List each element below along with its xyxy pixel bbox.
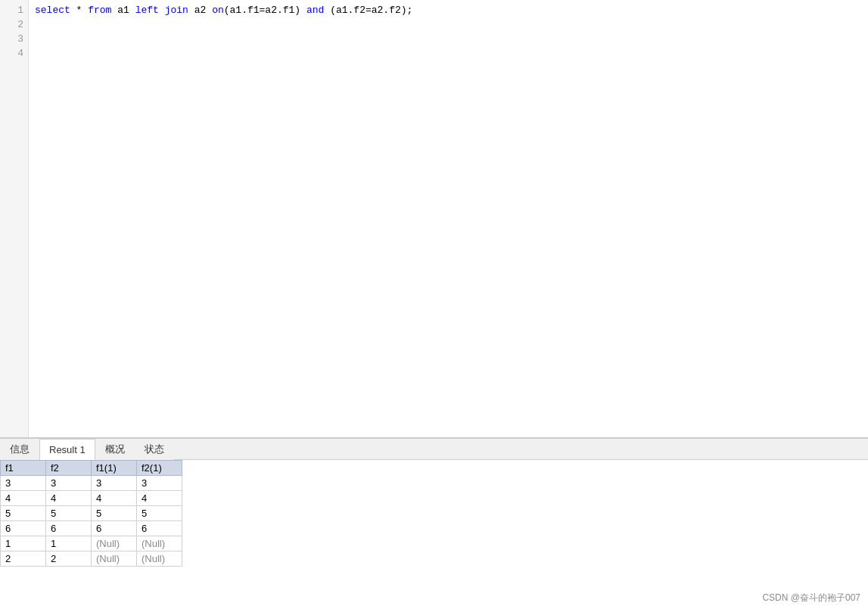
code-token: (a1.f2=a2.f2); [324, 3, 412, 17]
table-row: 4444 [1, 491, 182, 506]
code-token: * [70, 3, 88, 17]
table-header: f1(1) [92, 461, 137, 476]
tab-状态[interactable]: 状态 [135, 439, 174, 460]
table-cell: 2 [1, 551, 46, 567]
table-cell: 5 [92, 506, 137, 521]
watermark: CSDN @奋斗的袍子007 [762, 592, 860, 604]
table-cell: (Null) [137, 536, 182, 551]
table-cell: 6 [137, 521, 182, 536]
table-cell: 4 [46, 491, 92, 506]
table-cell: 3 [92, 476, 137, 491]
code-token: a1 [111, 3, 135, 17]
table-row: 5555 [1, 506, 182, 521]
code-token: (a1.f1=a2.f1) [224, 3, 306, 17]
code-token: a2 [188, 3, 212, 17]
table-cell: 4 [1, 491, 46, 506]
table-cell: 3 [1, 476, 46, 491]
table-cell: (Null) [92, 551, 137, 567]
table-cell: 4 [92, 491, 137, 506]
tabs-bar: 信息Result 1概况状态 [0, 439, 868, 460]
tab-信息[interactable]: 信息 [0, 439, 39, 460]
table-header: f2 [46, 461, 92, 476]
tab-result-1[interactable]: Result 1 [39, 439, 95, 460]
code-area[interactable]: select * from a1 left join a2 on(a1.f1=a… [29, 0, 868, 437]
table-cell: (Null) [137, 551, 182, 567]
line-number: 4 [0, 46, 23, 61]
table-cell: 3 [137, 476, 182, 491]
table-cell: 2 [46, 551, 92, 567]
table-cell: 5 [46, 506, 92, 521]
table-row: 11(Null)(Null) [1, 536, 182, 551]
results-area[interactable]: f1f2f1(1)f2(1)333344445555666611(Null)(N… [0, 460, 868, 612]
code-token: on [212, 3, 224, 17]
table-cell: 5 [137, 506, 182, 521]
table-row: 6666 [1, 521, 182, 536]
table-cell: 5 [1, 506, 46, 521]
bottom-panel: 信息Result 1概况状态 f1f2f1(1)f2(1)33334444555… [0, 438, 868, 612]
table-cell: (Null) [92, 536, 137, 551]
tab-概况[interactable]: 概况 [95, 439, 135, 460]
table-cell: 6 [1, 521, 46, 536]
code-token [159, 3, 165, 17]
code-token: select [35, 3, 70, 17]
table-cell: 6 [92, 521, 137, 536]
line-numbers: 1234 [0, 0, 29, 437]
table-row: 22(Null)(Null) [1, 551, 182, 567]
code-line [35, 46, 868, 61]
code-token: join [165, 3, 188, 17]
table-cell: 3 [46, 476, 92, 491]
code-token: from [88, 3, 111, 17]
results-table: f1f2f1(1)f2(1)333344445555666611(Null)(N… [0, 460, 182, 567]
code-line [35, 32, 868, 46]
editor-area[interactable]: 1234 select * from a1 left join a2 on(a1… [0, 0, 868, 438]
table-header: f1 [1, 461, 46, 476]
code-line: select * from a1 left join a2 on(a1.f1=a… [35, 3, 868, 17]
table-header: f2(1) [137, 461, 182, 476]
line-number: 2 [0, 17, 23, 32]
table-row: 3333 [1, 476, 182, 491]
code-line [35, 17, 868, 32]
code-token: and [306, 3, 324, 17]
table-cell: 1 [46, 536, 92, 551]
table-cell: 1 [1, 536, 46, 551]
table-cell: 4 [137, 491, 182, 506]
line-number: 3 [0, 32, 23, 46]
code-token: left [135, 3, 159, 17]
line-number: 1 [0, 3, 23, 17]
table-cell: 6 [46, 521, 92, 536]
